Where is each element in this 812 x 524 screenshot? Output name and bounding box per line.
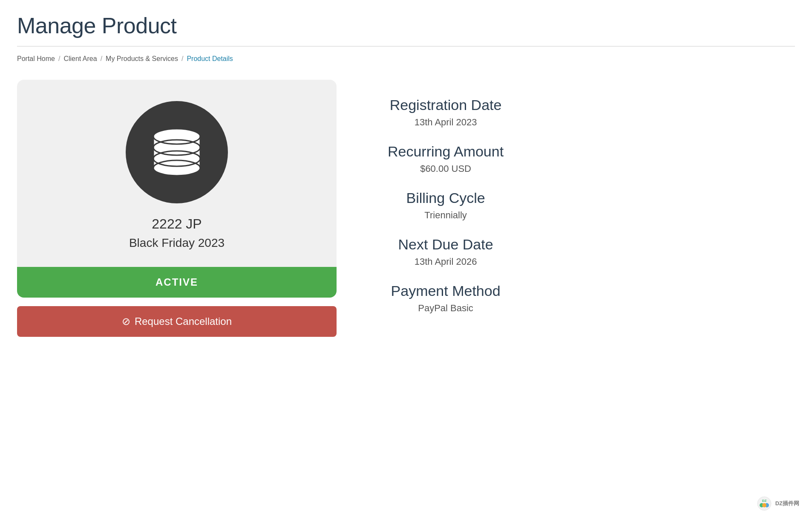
registration-date-value: 13th April 2023 (415, 117, 477, 128)
product-card-container: 2222 JP Black Friday 2023 ACTIVE ⊘ Reque… (17, 80, 337, 337)
recurring-amount-label: Recurring Amount (388, 143, 504, 160)
watermark: DZ DZ插件网 (757, 496, 799, 511)
payment-method-label: Payment Method (391, 283, 501, 299)
svg-point-17 (762, 503, 766, 507)
breadcrumb-client-area[interactable]: Client Area (63, 55, 97, 63)
payment-method-value: PayPal Basic (418, 303, 473, 314)
next-due-date-value: 13th April 2026 (415, 256, 477, 267)
cancellation-label: Request Cancellation (135, 316, 232, 327)
title-divider (17, 46, 795, 46)
product-name: 2222 JP (152, 216, 202, 232)
next-due-date-label: Next Due Date (398, 236, 493, 253)
svg-text:DZ: DZ (762, 499, 766, 503)
breadcrumb-current: Product Details (187, 55, 233, 63)
registration-date-label: Registration Date (390, 97, 502, 113)
request-cancellation-button[interactable]: ⊘ Request Cancellation (17, 306, 337, 337)
breadcrumb-sep-3: / (181, 55, 183, 63)
status-bar: ACTIVE (17, 267, 337, 298)
recurring-amount-value: $60.00 USD (420, 163, 471, 174)
page-title: Manage Product (17, 13, 795, 38)
breadcrumb-sep-2: / (101, 55, 102, 63)
breadcrumb-my-products[interactable]: My Products & Services (106, 55, 178, 63)
breadcrumb: Portal Home / Client Area / My Products … (17, 55, 795, 63)
breadcrumb-sep-1: / (58, 55, 60, 63)
database-icon (149, 129, 204, 176)
billing-cycle-value: Triennially (424, 210, 466, 221)
main-content: 2222 JP Black Friday 2023 ACTIVE ⊘ Reque… (17, 80, 795, 337)
breadcrumb-portal-home[interactable]: Portal Home (17, 55, 55, 63)
product-subtitle: Black Friday 2023 (129, 236, 225, 250)
product-details: Registration Date 13th April 2023 Recurr… (388, 80, 504, 317)
watermark-logo-icon: DZ (757, 496, 772, 511)
cancellation-icon: ⊘ (122, 316, 130, 327)
product-card: 2222 JP Black Friday 2023 (17, 80, 337, 267)
watermark-text: DZ插件网 (775, 500, 799, 507)
product-icon-circle (126, 101, 228, 203)
billing-cycle-label: Billing Cycle (406, 190, 485, 206)
